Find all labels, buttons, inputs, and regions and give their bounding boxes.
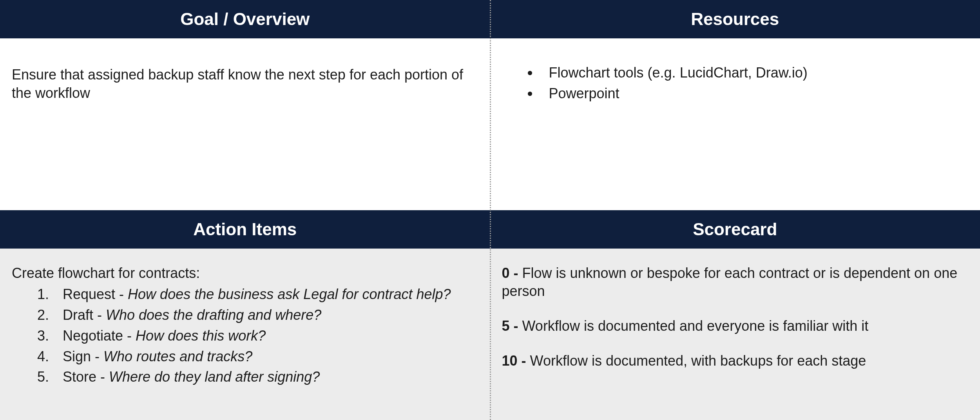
action-step-question: Who does the drafting and where?: [106, 307, 321, 323]
score-dash: -: [510, 265, 522, 281]
action-step-label: Store: [63, 369, 96, 385]
goal-text: Ensure that assigned backup staff know t…: [12, 54, 475, 103]
score-description: Workflow is documented, with backups for…: [530, 353, 866, 369]
score-number: 0: [502, 265, 510, 281]
four-quadrant-layout: Goal / Overview Resources Ensure that as…: [0, 0, 980, 420]
scorecard-body: 0 - Flow is unknown or bespoke for each …: [490, 249, 980, 420]
action-step: Draft - Who does the drafting and where?: [53, 306, 475, 324]
resources-list: Flowchart tools (e.g. LucidChart, Draw.i…: [502, 54, 965, 103]
action-step-label: Draft: [63, 307, 93, 323]
goal-header: Goal / Overview: [0, 0, 490, 38]
action-step-label: Negotiate: [63, 328, 123, 344]
score-level: 5 - Workflow is documented and everyone …: [502, 317, 965, 335]
resource-item: Flowchart tools (e.g. LucidChart, Draw.i…: [539, 64, 965, 82]
score-description: Workflow is documented and everyone is f…: [522, 318, 869, 334]
action-step-label: Request: [63, 286, 115, 302]
score-level: 0 - Flow is unknown or bespoke for each …: [502, 264, 965, 301]
score-level: 10 - Workflow is documented, with backup…: [502, 352, 965, 370]
action-header: Action Items: [0, 210, 490, 249]
score-dash: -: [510, 318, 522, 334]
action-step-question: Where do they land after signing?: [109, 369, 320, 385]
action-step: Negotiate - How does this work?: [53, 327, 475, 345]
action-step: Sign - Who routes and tracks?: [53, 348, 475, 366]
action-step-question: How does this work?: [136, 328, 266, 344]
action-step: Store - Where do they land after signing…: [53, 368, 475, 386]
action-step: Request - How does the business ask Lega…: [53, 285, 475, 304]
action-step-label: Sign: [63, 348, 91, 364]
resources-header: Resources: [490, 0, 980, 38]
vertical-divider: [490, 0, 491, 420]
score-number: 5: [502, 318, 510, 334]
scorecard-header: Scorecard: [490, 210, 980, 249]
resource-item: Powerpoint: [539, 85, 965, 103]
score-number: 10: [502, 353, 518, 369]
action-list: Request - How does the business ask Lega…: [12, 285, 475, 386]
resources-body: Flowchart tools (e.g. LucidChart, Draw.i…: [490, 38, 980, 210]
action-step-question: Who routes and tracks?: [103, 348, 252, 364]
action-body: Create flowchart for contracts: Request …: [0, 249, 490, 420]
score-dash: -: [518, 353, 530, 369]
action-intro: Create flowchart for contracts:: [12, 264, 475, 283]
action-step-question: How does the business ask Legal for cont…: [128, 286, 451, 302]
goal-body: Ensure that assigned backup staff know t…: [0, 38, 490, 210]
score-description: Flow is unknown or bespoke for each cont…: [502, 265, 958, 299]
